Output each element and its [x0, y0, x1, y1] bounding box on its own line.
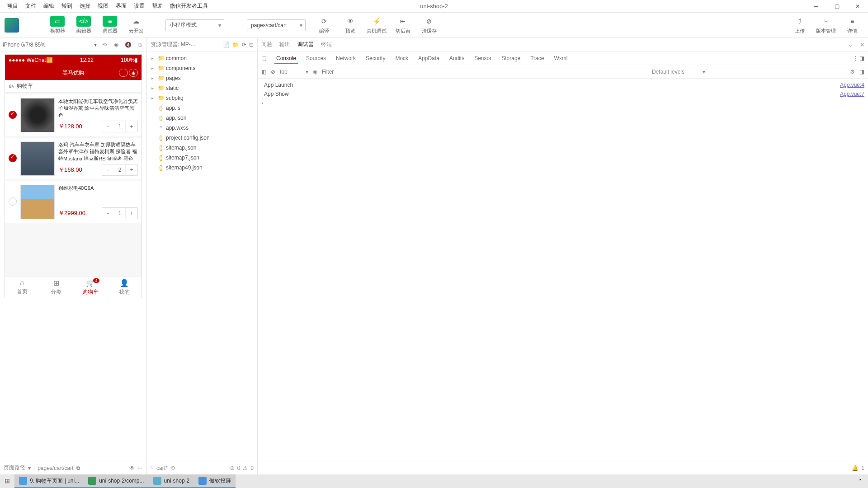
tree-folder[interactable]: ▸📁static: [147, 83, 257, 93]
editor-button[interactable]: </>编辑器: [72, 16, 95, 34]
tabbar-item[interactable]: 🛒购物车4: [73, 277, 108, 298]
git-icon[interactable]: ⑂: [151, 465, 154, 471]
product-thumb[interactable]: [20, 185, 55, 219]
dock-icon[interactable]: ◨: [859, 69, 864, 75]
sync-icon[interactable]: ⟲: [170, 465, 175, 471]
collapse-icon[interactable]: ⊟: [249, 42, 254, 48]
devtool-subtab[interactable]: Mock: [393, 55, 410, 61]
clear-icon[interactable]: ⊘: [271, 69, 275, 75]
taskbar-item[interactable]: 9. 购物车页面 | uni...: [14, 474, 84, 488]
cloud-button[interactable]: ☁云开发: [125, 16, 147, 34]
tabbar-item[interactable]: ⊞分类: [39, 277, 74, 298]
qty-plus-button[interactable]: +: [126, 121, 137, 132]
tabbar-item[interactable]: 👤我的: [108, 277, 142, 298]
menu-item[interactable]: 帮助: [148, 2, 166, 10]
tree-file[interactable]: {}project.config.json: [147, 133, 257, 143]
compile-button[interactable]: ⟳编译: [313, 16, 335, 34]
qty-plus-button[interactable]: +: [126, 164, 137, 175]
product-thumb[interactable]: [20, 141, 55, 176]
version-button[interactable]: ⑂版本管理: [815, 16, 837, 34]
tree-folder[interactable]: ▸📁pages: [147, 73, 257, 83]
capsule-menu-icon[interactable]: ⋯: [119, 69, 128, 77]
capsule-close-icon[interactable]: ◉: [129, 69, 138, 77]
upload-button[interactable]: ⤴上传: [788, 16, 811, 34]
qty-plus-button[interactable]: +: [126, 208, 137, 219]
devtool-subtab[interactable]: Console: [274, 55, 298, 64]
product-thumb[interactable]: [20, 98, 55, 132]
minimize-button[interactable]: ─: [806, 0, 826, 13]
qty-minus-button[interactable]: -: [102, 208, 114, 219]
close-button[interactable]: ✕: [847, 0, 868, 13]
devtool-subtab[interactable]: Network: [334, 55, 358, 61]
qty-minus-button[interactable]: -: [102, 164, 114, 175]
more-icon[interactable]: ⋯: [137, 465, 143, 471]
menu-item[interactable]: 选择: [76, 2, 94, 10]
screenshot-icon[interactable]: ◉: [112, 42, 120, 48]
source-link[interactable]: App.vue:4: [840, 82, 864, 88]
levels-select[interactable]: Default levels▾: [652, 69, 705, 75]
page-select[interactable]: pages/cart/cart: [247, 19, 306, 31]
popout-icon[interactable]: ⧉: [136, 42, 144, 48]
maximize-button[interactable]: ▢: [826, 0, 847, 13]
devtool-tab[interactable]: 终端: [321, 41, 332, 48]
devtool-tab[interactable]: 输出: [279, 41, 290, 48]
menu-item[interactable]: 设置: [130, 2, 148, 10]
tree-folder[interactable]: ▸📁subpkg: [147, 93, 257, 103]
taskbar-item[interactable]: 傲软投屏: [194, 474, 236, 488]
taskbar-item[interactable]: uni-shop-2: [149, 474, 194, 488]
checkbox[interactable]: [9, 111, 17, 119]
dock-icon[interactable]: ◨: [859, 55, 864, 61]
menu-item[interactable]: 编辑: [40, 2, 58, 10]
menu-item[interactable]: 界面: [112, 2, 130, 10]
devtool-subtab[interactable]: Storage: [500, 55, 522, 61]
checkbox[interactable]: [9, 154, 17, 162]
source-link[interactable]: App.vue:7: [840, 91, 864, 97]
menu-item[interactable]: 微信开发者工具: [166, 2, 212, 10]
bell-icon[interactable]: 🔔: [852, 465, 859, 471]
debugger-button[interactable]: ≡调试器: [99, 16, 121, 34]
tree-file[interactable]: {}sitemap.json: [147, 143, 257, 153]
context-select[interactable]: top▾: [280, 69, 308, 75]
device-select[interactable]: iPhone 6/7/8 85%: [3, 42, 90, 48]
inspect-icon[interactable]: ⬚: [261, 55, 266, 61]
refresh-icon[interactable]: ⟳: [242, 42, 246, 48]
new-folder-icon[interactable]: 📁: [232, 42, 239, 48]
sidebar-icon[interactable]: ◧: [261, 69, 266, 75]
filter-input[interactable]: [322, 69, 647, 75]
avatar[interactable]: [5, 18, 19, 33]
tree-file[interactable]: {}app.js: [147, 103, 257, 113]
qty-minus-button[interactable]: -: [102, 121, 114, 132]
tabbar-item[interactable]: ⌂首页: [5, 277, 39, 298]
clear-cache-button[interactable]: ⊘清缓存: [418, 16, 440, 34]
devtool-subtab[interactable]: Trace: [528, 55, 546, 61]
copy-icon[interactable]: ⧉: [76, 465, 80, 471]
detail-button[interactable]: ≡详情: [841, 16, 863, 34]
kebab-icon[interactable]: ⋮: [853, 55, 858, 61]
mute-icon[interactable]: 🔇: [124, 42, 132, 48]
devtool-tab[interactable]: 问题: [261, 41, 272, 48]
devtool-subtab[interactable]: Sources: [304, 55, 328, 61]
checkbox[interactable]: [9, 197, 17, 206]
preview-button[interactable]: 👁预览: [339, 16, 362, 34]
remote-debug-button[interactable]: ⚡真机调试: [365, 16, 388, 34]
chevron-down-icon[interactable]: ⌄: [848, 42, 853, 48]
devtool-subtab[interactable]: Security: [364, 55, 387, 61]
eye-icon[interactable]: ◉: [313, 69, 317, 75]
background-button[interactable]: ⇤切后台: [392, 16, 414, 34]
tray-chevron-icon[interactable]: ⌃: [853, 478, 868, 484]
devtool-tab[interactable]: 调试器: [297, 41, 314, 48]
devtool-subtab[interactable]: Wxml: [552, 55, 569, 61]
settings-icon[interactable]: ⚙: [850, 69, 855, 75]
tree-file[interactable]: ≡app.wxss: [147, 123, 257, 133]
rotate-icon[interactable]: ⟲: [100, 42, 108, 48]
tree-file[interactable]: {}sitemap7.json: [147, 153, 257, 163]
tree-file[interactable]: {}app.json: [147, 113, 257, 123]
new-file-icon[interactable]: 📄: [223, 42, 230, 48]
tree-folder[interactable]: ▸📁common: [147, 53, 257, 63]
start-button[interactable]: ⊞: [0, 474, 14, 488]
simulator-button[interactable]: ▭模拟器: [46, 16, 69, 34]
mode-select[interactable]: 小程序模式: [165, 19, 224, 31]
taskbar-item[interactable]: uni-shop-2/comp...: [84, 474, 148, 488]
tree-file[interactable]: {}sitemap49.json: [147, 163, 257, 173]
menu-item[interactable]: 文件: [22, 2, 40, 10]
